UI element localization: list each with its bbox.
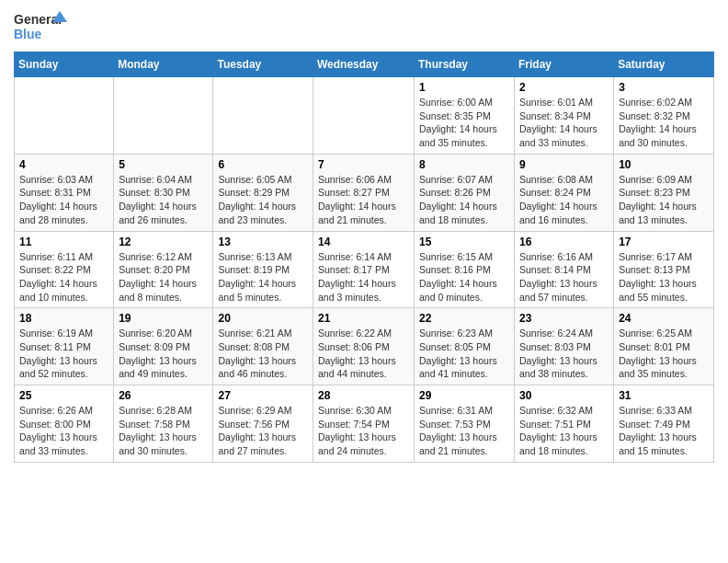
calendar-table: SundayMondayTuesdayWednesdayThursdayFrid… xyxy=(14,52,714,463)
day-number: 4 xyxy=(19,158,108,171)
calendar-cell: 28Sunrise: 6:30 AM Sunset: 7:54 PM Dayli… xyxy=(313,385,415,463)
calendar-cell: 2Sunrise: 6:01 AM Sunset: 8:34 PM Daylig… xyxy=(515,77,614,155)
day-number: 15 xyxy=(419,236,509,248)
calendar-cell: 26Sunrise: 6:28 AM Sunset: 7:58 PM Dayli… xyxy=(114,385,213,463)
day-info: Sunrise: 6:14 AM Sunset: 8:17 PM Dayligh… xyxy=(318,251,396,303)
calendar-header-friday: Friday xyxy=(515,52,614,77)
day-number: 1 xyxy=(419,81,509,94)
calendar-cell: 20Sunrise: 6:21 AM Sunset: 8:08 PM Dayli… xyxy=(213,308,313,385)
calendar-cell: 30Sunrise: 6:32 AM Sunset: 7:51 PM Dayli… xyxy=(515,385,614,463)
day-number: 17 xyxy=(619,236,709,248)
calendar-cell: 17Sunrise: 6:17 AM Sunset: 8:13 PM Dayli… xyxy=(614,231,714,308)
calendar-header-tuesday: Tuesday xyxy=(213,52,313,77)
svg-text:Blue: Blue xyxy=(14,27,42,41)
calendar-cell: 21Sunrise: 6:22 AM Sunset: 8:06 PM Dayli… xyxy=(313,308,415,385)
day-number: 10 xyxy=(619,158,709,171)
calendar-cell: 10Sunrise: 6:09 AM Sunset: 8:23 PM Dayli… xyxy=(614,154,714,231)
calendar-cell: 4Sunrise: 6:03 AM Sunset: 8:31 PM Daylig… xyxy=(15,154,114,231)
day-number: 13 xyxy=(218,236,308,248)
day-info: Sunrise: 6:29 AM Sunset: 7:56 PM Dayligh… xyxy=(218,405,296,456)
day-info: Sunrise: 6:22 AM Sunset: 8:06 PM Dayligh… xyxy=(318,327,396,379)
day-number: 5 xyxy=(119,158,208,171)
calendar-cell: 22Sunrise: 6:23 AM Sunset: 8:05 PM Dayli… xyxy=(415,308,515,385)
calendar-cell: 19Sunrise: 6:20 AM Sunset: 8:09 PM Dayli… xyxy=(114,308,213,385)
calendar-header-saturday: Saturday xyxy=(614,52,714,77)
day-number: 2 xyxy=(519,81,609,94)
day-info: Sunrise: 6:09 AM Sunset: 8:23 PM Dayligh… xyxy=(619,174,697,225)
calendar-header-monday: Monday xyxy=(114,52,213,77)
calendar-cell xyxy=(313,77,415,155)
calendar-cell: 13Sunrise: 6:13 AM Sunset: 8:19 PM Dayli… xyxy=(213,231,313,308)
calendar-cell: 27Sunrise: 6:29 AM Sunset: 7:56 PM Dayli… xyxy=(213,385,313,463)
day-number: 23 xyxy=(519,312,609,325)
logo: GeneralBlue xyxy=(14,9,69,44)
day-info: Sunrise: 6:24 AM Sunset: 8:03 PM Dayligh… xyxy=(519,327,597,379)
logo-svg: GeneralBlue xyxy=(14,9,69,44)
day-info: Sunrise: 6:06 AM Sunset: 8:27 PM Dayligh… xyxy=(318,174,396,225)
day-info: Sunrise: 6:19 AM Sunset: 8:11 PM Dayligh… xyxy=(19,327,97,379)
calendar-cell: 18Sunrise: 6:19 AM Sunset: 8:11 PM Dayli… xyxy=(15,308,114,385)
calendar-cell: 24Sunrise: 6:25 AM Sunset: 8:01 PM Dayli… xyxy=(614,308,714,385)
day-number: 25 xyxy=(19,389,108,402)
day-info: Sunrise: 6:15 AM Sunset: 8:16 PM Dayligh… xyxy=(419,251,497,303)
day-number: 29 xyxy=(419,389,509,402)
day-number: 14 xyxy=(318,236,409,248)
day-number: 24 xyxy=(619,312,709,325)
calendar-week-row: 4Sunrise: 6:03 AM Sunset: 8:31 PM Daylig… xyxy=(15,154,714,231)
day-info: Sunrise: 6:00 AM Sunset: 8:35 PM Dayligh… xyxy=(419,97,497,148)
day-info: Sunrise: 6:28 AM Sunset: 7:58 PM Dayligh… xyxy=(119,405,197,456)
day-number: 31 xyxy=(619,389,709,402)
calendar-cell xyxy=(213,77,313,155)
day-info: Sunrise: 6:11 AM Sunset: 8:22 PM Dayligh… xyxy=(19,251,97,303)
day-info: Sunrise: 6:30 AM Sunset: 7:54 PM Dayligh… xyxy=(318,405,396,456)
calendar-header-sunday: Sunday xyxy=(15,52,114,77)
day-number: 27 xyxy=(218,389,308,402)
day-number: 30 xyxy=(519,389,609,402)
day-info: Sunrise: 6:08 AM Sunset: 8:24 PM Dayligh… xyxy=(519,174,597,225)
day-number: 3 xyxy=(619,81,709,94)
calendar-cell: 14Sunrise: 6:14 AM Sunset: 8:17 PM Dayli… xyxy=(313,231,415,308)
calendar-cell: 12Sunrise: 6:12 AM Sunset: 8:20 PM Dayli… xyxy=(114,231,213,308)
calendar-cell: 15Sunrise: 6:15 AM Sunset: 8:16 PM Dayli… xyxy=(415,231,515,308)
header: GeneralBlue xyxy=(14,9,714,44)
calendar-week-row: 18Sunrise: 6:19 AM Sunset: 8:11 PM Dayli… xyxy=(15,308,714,385)
calendar-cell: 25Sunrise: 6:26 AM Sunset: 8:00 PM Dayli… xyxy=(15,385,114,463)
day-info: Sunrise: 6:26 AM Sunset: 8:00 PM Dayligh… xyxy=(19,405,97,456)
calendar-cell: 23Sunrise: 6:24 AM Sunset: 8:03 PM Dayli… xyxy=(515,308,614,385)
day-number: 6 xyxy=(218,158,308,171)
day-info: Sunrise: 6:17 AM Sunset: 8:13 PM Dayligh… xyxy=(619,251,697,303)
day-info: Sunrise: 6:12 AM Sunset: 8:20 PM Dayligh… xyxy=(119,251,197,303)
day-number: 20 xyxy=(218,312,308,325)
day-info: Sunrise: 6:31 AM Sunset: 7:53 PM Dayligh… xyxy=(419,405,497,456)
day-number: 8 xyxy=(419,158,509,171)
day-number: 9 xyxy=(519,158,609,171)
calendar-cell: 9Sunrise: 6:08 AM Sunset: 8:24 PM Daylig… xyxy=(515,154,614,231)
calendar-cell: 6Sunrise: 6:05 AM Sunset: 8:29 PM Daylig… xyxy=(213,154,313,231)
day-info: Sunrise: 6:33 AM Sunset: 7:49 PM Dayligh… xyxy=(619,405,697,456)
calendar-week-row: 25Sunrise: 6:26 AM Sunset: 8:00 PM Dayli… xyxy=(15,385,714,463)
day-info: Sunrise: 6:05 AM Sunset: 8:29 PM Dayligh… xyxy=(218,174,296,225)
day-number: 26 xyxy=(119,389,208,402)
day-number: 28 xyxy=(318,389,409,402)
calendar-week-row: 1Sunrise: 6:00 AM Sunset: 8:35 PM Daylig… xyxy=(15,77,714,155)
day-number: 12 xyxy=(119,236,208,248)
day-info: Sunrise: 6:01 AM Sunset: 8:34 PM Dayligh… xyxy=(519,97,597,148)
day-number: 18 xyxy=(19,312,108,325)
day-number: 11 xyxy=(19,236,108,248)
calendar-week-row: 11Sunrise: 6:11 AM Sunset: 8:22 PM Dayli… xyxy=(15,231,714,308)
day-info: Sunrise: 6:32 AM Sunset: 7:51 PM Dayligh… xyxy=(519,405,597,456)
day-number: 22 xyxy=(419,312,509,325)
day-info: Sunrise: 6:21 AM Sunset: 8:08 PM Dayligh… xyxy=(218,327,296,379)
day-number: 21 xyxy=(318,312,409,325)
day-number: 16 xyxy=(519,236,609,248)
calendar-header-thursday: Thursday xyxy=(415,52,515,77)
day-info: Sunrise: 6:16 AM Sunset: 8:14 PM Dayligh… xyxy=(519,251,597,303)
calendar-cell: 1Sunrise: 6:00 AM Sunset: 8:35 PM Daylig… xyxy=(415,77,515,155)
day-info: Sunrise: 6:23 AM Sunset: 8:05 PM Dayligh… xyxy=(419,327,497,379)
calendar-cell: 3Sunrise: 6:02 AM Sunset: 8:32 PM Daylig… xyxy=(614,77,714,155)
day-info: Sunrise: 6:02 AM Sunset: 8:32 PM Dayligh… xyxy=(619,97,697,148)
day-info: Sunrise: 6:04 AM Sunset: 8:30 PM Dayligh… xyxy=(119,174,197,225)
day-info: Sunrise: 6:25 AM Sunset: 8:01 PM Dayligh… xyxy=(619,327,697,379)
day-info: Sunrise: 6:07 AM Sunset: 8:26 PM Dayligh… xyxy=(419,174,497,225)
day-info: Sunrise: 6:13 AM Sunset: 8:19 PM Dayligh… xyxy=(218,251,296,303)
